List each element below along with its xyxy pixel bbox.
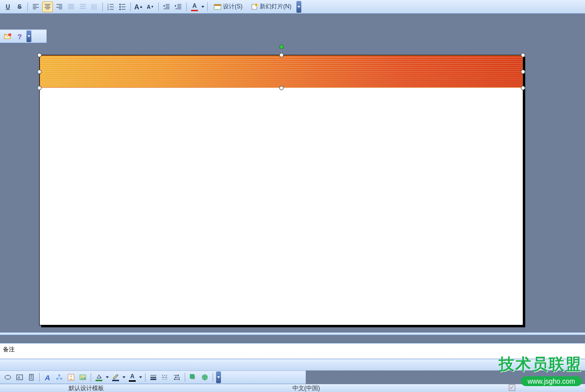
svg-text:3: 3 — [107, 8, 109, 11]
textbox-tool[interactable]: A — [14, 372, 25, 383]
line-color-button[interactable] — [110, 372, 121, 383]
diagram-button[interactable] — [54, 372, 65, 383]
line-color-swatch — [112, 380, 119, 381]
toolbar-options-icon[interactable] — [216, 371, 221, 383]
strikethrough-button[interactable]: S — [14, 1, 25, 12]
numbered-list-button[interactable]: 123 — [105, 1, 116, 12]
secondary-toolbar: ? — [0, 29, 47, 43]
separator — [185, 373, 185, 382]
status-bar: 默认设计模板 中文(中国) — [0, 384, 585, 392]
formatting-toolbar: U S 123 A▲ A▼ A 设计(S) — [0, 0, 585, 14]
justify-button[interactable] — [66, 1, 76, 12]
separator — [91, 373, 91, 382]
text-direction-button[interactable] — [89, 1, 100, 12]
align-right-button[interactable] — [54, 1, 65, 12]
separator — [130, 2, 131, 11]
decrease-font-button[interactable]: A▼ — [145, 1, 156, 12]
status-language: 中文(中国) — [292, 384, 320, 392]
bullet-list-button[interactable] — [117, 1, 128, 12]
svg-point-21 — [81, 376, 83, 378]
insert-picture-button[interactable] — [77, 372, 88, 383]
separator — [39, 373, 40, 382]
resize-handle-ne[interactable] — [521, 53, 525, 57]
resize-handle-nw[interactable] — [37, 53, 42, 57]
watermark: 技术员联盟 www.jsgho.com — [499, 354, 582, 386]
resize-handle-se[interactable] — [521, 86, 525, 90]
line-weight-button[interactable] — [148, 372, 159, 383]
separator — [158, 2, 159, 11]
font-color-swatch — [191, 10, 198, 11]
watermark-title: 技术员联盟 — [499, 354, 582, 375]
oval-tool[interactable] — [2, 372, 13, 383]
toolbar-options-icon[interactable] — [26, 30, 31, 42]
notes-resize-bar[interactable] — [0, 332, 585, 335]
increase-indent-button[interactable] — [173, 1, 184, 12]
status-template: 默认设计模板 — [69, 384, 104, 392]
font-color-dropdown[interactable] — [139, 372, 143, 383]
arrow-style-button[interactable] — [171, 372, 182, 383]
notes-placeholder: 备注 — [3, 346, 15, 353]
svg-point-3 — [120, 3, 121, 5]
separator — [186, 2, 187, 11]
dash-style-button[interactable] — [160, 372, 171, 383]
decrease-indent-button[interactable] — [161, 1, 172, 12]
font-color-swatch — [129, 380, 136, 382]
font-color-dropdown[interactable] — [201, 1, 205, 12]
help-button[interactable]: ? — [14, 31, 25, 42]
resize-handle-s[interactable] — [279, 86, 284, 90]
slide[interactable] — [39, 55, 523, 325]
font-color-button[interactable]: A — [127, 372, 138, 383]
font-color-button[interactable]: A — [189, 1, 200, 12]
line-color-dropdown[interactable] — [122, 372, 126, 383]
design-label: 设计(S) — [223, 2, 243, 11]
fill-color-button[interactable] — [94, 372, 104, 383]
vertical-textbox-tool[interactable] — [26, 372, 37, 383]
pane-gap — [0, 359, 585, 370]
svg-text:A: A — [18, 375, 21, 380]
svg-point-11 — [5, 375, 11, 379]
shadow-button[interactable] — [188, 372, 198, 383]
resize-handle-w[interactable] — [37, 70, 42, 74]
align-center-button[interactable] — [42, 1, 53, 12]
resize-handle-e[interactable] — [521, 70, 525, 74]
svg-point-5 — [120, 8, 121, 10]
drawing-toolbar: A A A — [0, 370, 306, 384]
underline-button[interactable]: U — [2, 1, 13, 12]
new-slide-button[interactable]: 新幻灯片(N) — [247, 1, 295, 12]
notes-pane[interactable]: 备注 — [0, 343, 585, 359]
separator — [27, 2, 28, 11]
align-left-button[interactable] — [30, 1, 41, 12]
resize-handle-sw[interactable] — [37, 86, 42, 90]
fill-color-dropdown[interactable] — [105, 372, 109, 383]
wordart-button[interactable]: A — [42, 372, 53, 383]
separator — [145, 373, 146, 382]
distribute-button[interactable] — [77, 1, 88, 12]
svg-point-10 — [8, 33, 11, 36]
increase-font-button[interactable]: A▲ — [133, 1, 144, 12]
rotation-handle-icon[interactable] — [279, 45, 284, 49]
new-slide-label: 新幻灯片(N) — [260, 2, 292, 11]
svg-rect-23 — [190, 374, 194, 378]
design-button[interactable]: 设计(S) — [210, 1, 246, 12]
separator — [102, 2, 103, 11]
3d-button[interactable] — [199, 372, 210, 383]
selected-shape[interactable] — [40, 55, 523, 88]
svg-point-15 — [58, 374, 60, 376]
separator — [207, 2, 208, 11]
fill-color-swatch — [96, 380, 102, 381]
separator — [213, 373, 213, 382]
watermark-url: www.jsgho.com — [521, 376, 582, 386]
svg-point-19 — [70, 375, 72, 377]
svg-point-4 — [120, 6, 121, 7]
clipart-button[interactable] — [66, 372, 76, 383]
mail-icon[interactable] — [2, 31, 13, 42]
toolbar-options-icon[interactable] — [296, 1, 301, 13]
resize-handle-n[interactable] — [279, 53, 284, 57]
slide-canvas-area[interactable] — [0, 43, 585, 332]
